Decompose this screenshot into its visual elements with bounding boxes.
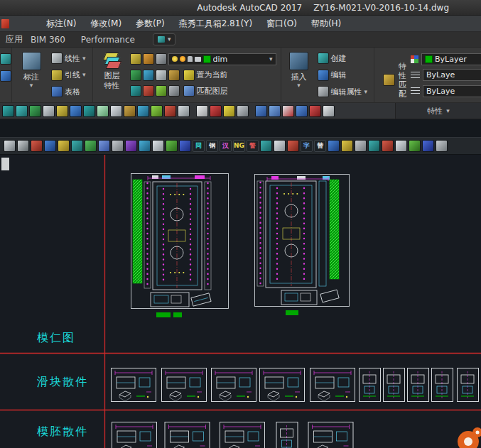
toolstrip-overflow-button[interactable]: ▾	[153, 33, 176, 45]
pen-white-tool-icon[interactable]	[196, 105, 208, 117]
ribbon-tab-performance[interactable]: Performance	[73, 35, 143, 45]
rotate-tool-icon[interactable]	[56, 105, 68, 117]
zoom-tool-icon[interactable]	[4, 140, 16, 152]
yanxiu-steel-tool-icon[interactable]: 钢	[206, 140, 218, 152]
menu-item-1[interactable]: 标注(N)	[39, 16, 83, 32]
blue-tool-icon[interactable]	[422, 140, 434, 152]
blue-tool-icon[interactable]	[179, 140, 191, 152]
menu-item-4[interactable]: 燕秀工具箱2.81(Y)	[172, 16, 259, 32]
teal-tool-icon[interactable]	[260, 140, 272, 152]
layer-tool-icon[interactable]	[130, 70, 141, 81]
clipped-tool-icon[interactable]	[0, 53, 11, 65]
layer-dropdown[interactable]: dim ▾	[168, 53, 276, 65]
pen-red-tool-icon[interactable]	[210, 105, 222, 117]
layer-tool-icon[interactable]	[156, 70, 167, 81]
copy-tool-icon[interactable]	[43, 105, 55, 117]
dimension-big-button[interactable]: 标注 ▾	[15, 50, 48, 100]
properties-panel-label[interactable]: 特性 ▾	[395, 103, 481, 119]
green-tool-icon[interactable]	[409, 140, 421, 152]
teal-tool-icon[interactable]	[368, 140, 380, 152]
menu-item-6[interactable]: 帮助(H)	[304, 16, 348, 32]
red-tool-icon[interactable]	[31, 140, 43, 152]
scale-tool-icon[interactable]	[70, 105, 82, 117]
yellow-tool-icon[interactable]	[341, 140, 353, 152]
yanxiu-han-tool-icon[interactable]: 汉	[220, 140, 232, 152]
layer-tool-icon[interactable]	[143, 70, 154, 81]
app-red-icon[interactable]	[1, 19, 9, 28]
layer-properties-big-button[interactable]: 图层 特性	[96, 50, 129, 100]
fillet-tool-icon[interactable]	[137, 105, 149, 117]
table-grid-tool-icon[interactable]	[309, 105, 321, 117]
ribbon-tab-bim-360[interactable]: BIM 360	[23, 35, 73, 45]
layer-tool-icon[interactable]	[143, 85, 154, 97]
table-grid-tool-icon[interactable]	[323, 105, 335, 117]
linear-dimension-button[interactable]: 线性 ▾	[49, 51, 88, 65]
green-tool-icon[interactable]	[166, 140, 178, 152]
layer-off-icon[interactable]	[130, 53, 141, 65]
yanxiu-same-tool-icon[interactable]: 同	[193, 140, 205, 152]
table-grid-tool-icon[interactable]	[282, 105, 294, 117]
gray-tool-icon[interactable]	[355, 140, 367, 152]
purple-tool-icon[interactable]	[125, 140, 137, 152]
layer-tool-icon[interactable]	[156, 85, 167, 97]
ucs-tool-icon[interactable]	[98, 140, 110, 152]
polyline-tool-icon[interactable]	[2, 105, 14, 117]
white-tool-icon[interactable]	[274, 140, 286, 152]
create-block-button[interactable]: 创建	[315, 51, 370, 65]
white-tool-icon[interactable]	[152, 140, 164, 152]
menu-item-2[interactable]: 修改(M)	[83, 16, 129, 32]
menu-item-3[interactable]: 参数(P)	[129, 16, 172, 32]
layout-tool-icon[interactable]	[44, 140, 56, 152]
mirror-tool-icon[interactable]	[110, 105, 122, 117]
edit-attributes-button[interactable]: 编辑属性 ▾	[315, 84, 370, 99]
block-tool-icon[interactable]	[71, 140, 83, 152]
gray-tool-icon[interactable]	[436, 140, 448, 152]
layer-tool-icon[interactable]	[168, 70, 180, 81]
red-tool-icon[interactable]	[382, 140, 394, 152]
trim-tool-icon[interactable]	[83, 105, 95, 117]
ribbon-tab-partial[interactable]: 应用	[0, 33, 23, 45]
linetype-dropdown-2[interactable]: ByLaye▾	[423, 85, 481, 97]
drawing-canvas[interactable]: 模仁图 滑块散件 模胚散件	[0, 155, 481, 448]
yanxiu-replace-tool-icon[interactable]: 替	[314, 140, 326, 152]
object-color-dropdown[interactable]: ByLayer▾	[421, 53, 481, 65]
erase-tool-icon[interactable]	[164, 105, 176, 117]
white-tool-icon[interactable]	[395, 140, 407, 152]
yanxiu-warn-tool-icon[interactable]: 警	[247, 140, 259, 152]
circle-tool-icon[interactable]	[16, 105, 28, 117]
menu-item-5[interactable]: 窗口(O)	[259, 16, 304, 32]
layer-tool-icon[interactable]	[130, 85, 141, 97]
match-layer-button[interactable]: 匹配图层	[181, 84, 230, 98]
clipped-tool-icon[interactable]	[0, 70, 11, 82]
table-grid-tool-icon[interactable]	[269, 105, 281, 117]
insert-block-big-button[interactable]: 插入 ▾	[284, 50, 314, 100]
yanxiu-ng-tool-icon[interactable]: NG	[233, 140, 245, 152]
pan-tool-icon[interactable]	[17, 140, 29, 152]
array-tool-icon[interactable]	[124, 105, 136, 117]
cube-tool-icon[interactable]	[85, 140, 97, 152]
blue-tool-icon[interactable]	[328, 140, 340, 152]
offset-tool-icon[interactable]	[97, 105, 109, 117]
layer-isolate-icon[interactable]	[143, 53, 154, 65]
layer-freeze-icon[interactable]	[156, 53, 167, 65]
yanxiu-text-tool-icon[interactable]: 字	[301, 140, 313, 152]
table-button[interactable]: 表格	[49, 84, 88, 99]
table-grid-tool-icon[interactable]	[296, 105, 308, 117]
aqua-tool-icon[interactable]	[139, 140, 151, 152]
red-tool-icon[interactable]	[287, 140, 299, 152]
move-tool-icon[interactable]	[29, 105, 41, 117]
print-tool-icon[interactable]	[112, 140, 124, 152]
explode-tool-icon[interactable]	[178, 105, 190, 117]
pen-yellow-tool-icon[interactable]	[223, 105, 235, 117]
docked-palette-icon[interactable]	[1, 158, 9, 170]
hatch-tool-icon[interactable]	[151, 105, 163, 117]
set-current-layer-button[interactable]: 置为当前	[181, 68, 230, 82]
layer-tool-icon[interactable]	[168, 85, 180, 97]
eraser-tool-icon[interactable]	[237, 105, 249, 117]
linetype-dropdown-1[interactable]: ByLaye▾	[423, 69, 481, 81]
match-properties-button[interactable]: 特性 匹配	[377, 50, 409, 100]
leader-button[interactable]: 引线 ▾	[49, 68, 88, 82]
table-grid-tool-icon[interactable]	[255, 105, 267, 117]
edit-block-button[interactable]: 编辑	[315, 68, 370, 82]
dim-tool-icon[interactable]	[58, 140, 70, 152]
